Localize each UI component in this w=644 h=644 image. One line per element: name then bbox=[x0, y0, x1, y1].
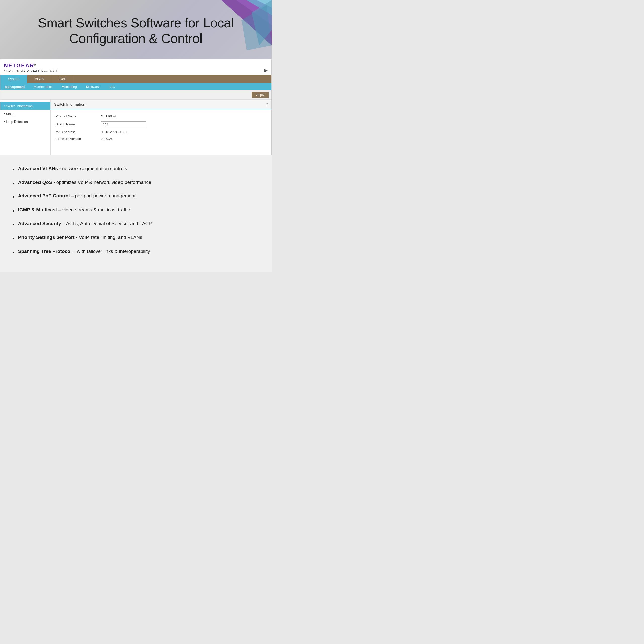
list-item: • Advanced QoS - optimizes VoIP & networ… bbox=[13, 179, 259, 187]
nav-system[interactable]: System bbox=[0, 75, 27, 83]
hero-section: Smart Switches Software for Local Config… bbox=[0, 0, 272, 59]
sidebar-item-status[interactable]: Status bbox=[0, 110, 50, 118]
netgear-header: NETGEAR® 16-Port Gigabit ProSAFE Plus Sw… bbox=[0, 59, 271, 75]
list-item: • Advanced VLANs - network segmentation … bbox=[13, 165, 259, 174]
list-item: • Advanced PoE Control – per-port power … bbox=[13, 193, 259, 201]
logo-text: NETGEAR® bbox=[4, 62, 58, 69]
feature-text: Advanced QoS - optimizes VoIP & network … bbox=[18, 179, 151, 186]
firmware-version-label: Firmware Version bbox=[56, 137, 101, 141]
device-name: 16-Port Gigabit ProSAFE Plus Switch bbox=[4, 69, 58, 73]
mac-address-label: MAC Address bbox=[56, 130, 101, 134]
info-table: Product Name GS116Ev2 Switch Name MAC Ad… bbox=[51, 109, 271, 146]
apply-button[interactable]: Apply bbox=[252, 92, 269, 98]
bullet-icon: • bbox=[13, 235, 15, 243]
hero-title: Smart Switches Software for Local Config… bbox=[10, 15, 262, 47]
product-name-value: GS116Ev2 bbox=[101, 114, 117, 118]
info-panel-header: Switch Information ? bbox=[51, 100, 271, 109]
features-section: • Advanced VLANs - network segmentation … bbox=[0, 155, 272, 272]
main-content: Switch Information Status Loop Detection… bbox=[0, 100, 271, 155]
help-icon[interactable]: ? bbox=[266, 102, 268, 106]
table-row: Product Name GS116Ev2 bbox=[56, 113, 266, 120]
netgear-logo: NETGEAR® 16-Port Gigabit ProSAFE Plus Sw… bbox=[4, 62, 58, 73]
apply-row: Apply bbox=[0, 90, 271, 100]
switch-name-label: Switch Name bbox=[56, 122, 101, 126]
nav-monitoring[interactable]: Monitoring bbox=[57, 83, 82, 90]
table-row: MAC Address 00-18-e7-86-16-58 bbox=[56, 129, 266, 135]
table-row: Firmware Version 2.0.0.26 bbox=[56, 135, 266, 142]
nav-maintenance[interactable]: Maintenance bbox=[29, 83, 57, 90]
feature-text: Advanced VLANs - network segmentation co… bbox=[18, 165, 127, 172]
sidebar-item-loop-detection[interactable]: Loop Detection bbox=[0, 118, 50, 126]
bullet-icon: • bbox=[13, 221, 15, 229]
feature-text: Priority Settings per Port - VoIP, rate … bbox=[18, 234, 142, 241]
mac-address-value: 00-18-e7-86-16-58 bbox=[101, 130, 128, 134]
nav-vlan[interactable]: VLAN bbox=[27, 75, 52, 83]
product-name-label: Product Name bbox=[56, 114, 101, 118]
nav-multicast[interactable]: MultiCast bbox=[82, 83, 104, 90]
nav-qos[interactable]: QoS bbox=[52, 75, 74, 83]
bullet-icon: • bbox=[13, 193, 15, 201]
list-item: • Spanning Tree Protocol – with failover… bbox=[13, 248, 259, 256]
bullet-icon: • bbox=[13, 180, 15, 187]
feature-text: Spanning Tree Protocol – with failover l… bbox=[18, 248, 150, 255]
feature-text: Advanced PoE Control – per-port power ma… bbox=[18, 193, 136, 199]
list-item: • Priority Settings per Port - VoIP, rat… bbox=[13, 234, 259, 243]
ui-panel: NETGEAR® 16-Port Gigabit ProSAFE Plus Sw… bbox=[0, 59, 272, 155]
sidebar: Switch Information Status Loop Detection bbox=[0, 100, 51, 155]
nav-management[interactable]: Management bbox=[0, 83, 29, 90]
feature-text: IGMP & Multicast – video streams & multi… bbox=[18, 207, 130, 213]
nav-top: System VLAN QoS bbox=[0, 75, 271, 83]
feature-text: Advanced Security – ACLs, Auto Denial of… bbox=[18, 220, 152, 227]
bullet-icon: • bbox=[13, 166, 15, 174]
sidebar-item-switch-info[interactable]: Switch Information bbox=[0, 102, 50, 110]
bullet-icon: • bbox=[13, 249, 15, 256]
firmware-version-value: 2.0.0.26 bbox=[101, 137, 113, 141]
logout-icon[interactable]: ▶ bbox=[264, 68, 268, 73]
info-panel-title: Switch Information bbox=[54, 102, 85, 106]
nav-sub: Management Maintenance Monitoring MultiC… bbox=[0, 83, 271, 90]
info-panel: Switch Information ? Product Name GS116E… bbox=[51, 100, 271, 155]
bullet-icon: • bbox=[13, 207, 15, 215]
nav-lag[interactable]: LAG bbox=[104, 83, 120, 90]
switch-name-input[interactable] bbox=[101, 121, 146, 127]
table-row: Switch Name bbox=[56, 120, 266, 129]
list-item: • Advanced Security – ACLs, Auto Denial … bbox=[13, 220, 259, 229]
list-item: • IGMP & Multicast – video streams & mul… bbox=[13, 207, 259, 215]
